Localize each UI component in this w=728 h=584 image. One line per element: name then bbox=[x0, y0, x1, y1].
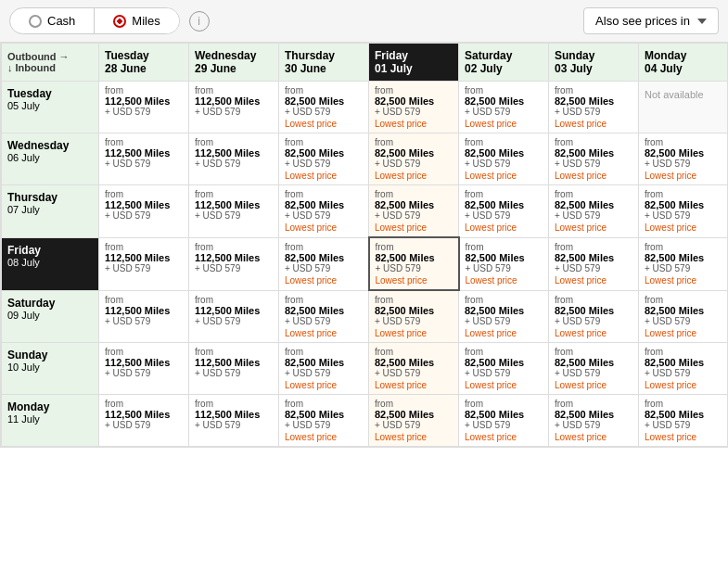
from-label: from bbox=[105, 399, 183, 409]
lowest-price-label: Lowest price bbox=[375, 380, 453, 390]
col-header-mon04[interactable]: Monday 04 July bbox=[639, 44, 729, 82]
price-cell[interactable]: from82,500 Miles+ USD 579Lowest price bbox=[639, 237, 729, 290]
price-cell[interactable]: from82,500 Miles+ USD 579Lowest price bbox=[369, 290, 459, 343]
table-row[interactable]: Saturday09 Julyfrom112,500 Miles+ USD 57… bbox=[2, 290, 729, 343]
price-cell[interactable]: from82,500 Miles+ USD 579Lowest price bbox=[639, 395, 729, 447]
from-label: from bbox=[645, 189, 722, 199]
price-cell[interactable]: from82,500 Miles+ USD 579Lowest price bbox=[369, 343, 459, 395]
miles-amount: 82,500 Miles bbox=[285, 357, 363, 368]
price-cell[interactable]: from82,500 Miles+ USD 579Lowest price bbox=[279, 237, 369, 290]
price-cell[interactable]: from82,500 Miles+ USD 579Lowest price bbox=[279, 133, 369, 185]
table-row[interactable]: Monday11 Julyfrom112,500 Miles+ USD 579f… bbox=[2, 395, 729, 447]
price-cell[interactable]: from82,500 Miles+ USD 579Lowest price bbox=[549, 82, 639, 133]
price-cell[interactable]: from82,500 Miles+ USD 579Lowest price bbox=[549, 343, 639, 395]
col-header-fri01[interactable]: Friday 01 July bbox=[369, 44, 459, 82]
price-cell[interactable]: from82,500 Miles+ USD 579Lowest price bbox=[549, 185, 639, 238]
price-cell[interactable]: from82,500 Miles+ USD 579Lowest price bbox=[549, 237, 639, 290]
row-label[interactable]: Friday08 July bbox=[2, 237, 99, 290]
col-header-sat02[interactable]: Saturday 02 July bbox=[459, 44, 549, 82]
payment-toggle[interactable]: Cash Miles bbox=[9, 7, 180, 34]
price-cell[interactable]: from112,500 Miles+ USD 579 bbox=[189, 290, 279, 343]
price-cell[interactable]: from112,500 Miles+ USD 579 bbox=[189, 133, 279, 185]
price-cell[interactable]: from82,500 Miles+ USD 579Lowest price bbox=[369, 133, 459, 185]
price-cell[interactable]: from82,500 Miles+ USD 579Lowest price bbox=[279, 395, 369, 447]
cash-radio[interactable] bbox=[29, 15, 42, 28]
miles-option[interactable]: Miles bbox=[95, 8, 178, 33]
col-header-tue28[interactable]: Tuesday 28 June bbox=[99, 44, 189, 82]
miles-amount: 82,500 Miles bbox=[555, 95, 632, 107]
price-cell[interactable]: from82,500 Miles+ USD 579Lowest price bbox=[369, 237, 459, 290]
col-header-thu30[interactable]: Thursday 30 June bbox=[279, 44, 369, 82]
from-label: from bbox=[285, 137, 363, 147]
price-cell[interactable]: from112,500 Miles+ USD 579 bbox=[99, 343, 189, 395]
table-row[interactable]: Sunday10 Julyfrom112,500 Miles+ USD 579f… bbox=[2, 343, 729, 395]
row-label[interactable]: Sunday10 July bbox=[2, 343, 99, 395]
price-cell[interactable]: from82,500 Miles+ USD 579Lowest price bbox=[549, 395, 639, 447]
price-cell[interactable]: from112,500 Miles+ USD 579 bbox=[189, 185, 279, 238]
cash-option[interactable]: Cash bbox=[10, 8, 95, 33]
price-cell[interactable]: from112,500 Miles+ USD 579 bbox=[99, 133, 189, 185]
price-cell[interactable]: from82,500 Miles+ USD 579Lowest price bbox=[549, 290, 639, 343]
row-label[interactable]: Wednesday06 July bbox=[2, 133, 99, 185]
price-cell[interactable]: from112,500 Miles+ USD 579 bbox=[99, 395, 189, 447]
price-cell[interactable]: from112,500 Miles+ USD 579 bbox=[99, 290, 189, 343]
row-label[interactable]: Thursday07 July bbox=[2, 185, 99, 238]
price-cell[interactable]: from82,500 Miles+ USD 579Lowest price bbox=[639, 343, 729, 395]
table-row[interactable]: Thursday07 Julyfrom112,500 Miles+ USD 57… bbox=[2, 185, 729, 238]
from-label: from bbox=[195, 85, 273, 95]
from-label: from bbox=[285, 399, 363, 409]
info-icon[interactable]: i bbox=[189, 11, 210, 32]
table-row[interactable]: Friday08 Julyfrom112,500 Miles+ USD 579f… bbox=[2, 237, 729, 290]
usd-amount: + USD 579 bbox=[645, 263, 722, 273]
table-row[interactable]: Wednesday06 Julyfrom112,500 Miles+ USD 5… bbox=[2, 133, 729, 185]
price-cell[interactable]: from82,500 Miles+ USD 579Lowest price bbox=[459, 237, 549, 290]
price-cell[interactable]: from112,500 Miles+ USD 579 bbox=[99, 82, 189, 133]
from-label: from bbox=[375, 399, 453, 409]
miles-amount: 82,500 Miles bbox=[285, 147, 363, 159]
row-label[interactable]: Saturday09 July bbox=[2, 290, 99, 343]
price-cell[interactable]: from112,500 Miles+ USD 579 bbox=[189, 237, 279, 290]
price-cell[interactable]: from82,500 Miles+ USD 579Lowest price bbox=[459, 395, 549, 447]
miles-amount: 112,500 Miles bbox=[105, 357, 183, 368]
price-cell[interactable]: from112,500 Miles+ USD 579 bbox=[189, 395, 279, 447]
usd-amount: + USD 579 bbox=[105, 107, 183, 117]
price-cell[interactable]: from112,500 Miles+ USD 579 bbox=[189, 82, 279, 133]
not-available-cell[interactable]: Not available bbox=[639, 82, 729, 133]
price-cell[interactable]: from82,500 Miles+ USD 579Lowest price bbox=[459, 82, 549, 133]
also-see-button[interactable]: Also see prices in bbox=[583, 7, 719, 34]
price-cell[interactable]: from82,500 Miles+ USD 579Lowest price bbox=[369, 82, 459, 133]
price-cell[interactable]: from82,500 Miles+ USD 579Lowest price bbox=[279, 290, 369, 343]
price-cell[interactable]: from82,500 Miles+ USD 579Lowest price bbox=[639, 290, 729, 343]
price-cell[interactable]: from82,500 Miles+ USD 579Lowest price bbox=[459, 133, 549, 185]
price-cell[interactable]: from82,500 Miles+ USD 579Lowest price bbox=[459, 185, 549, 238]
price-cell[interactable]: from82,500 Miles+ USD 579Lowest price bbox=[459, 343, 549, 395]
miles-radio[interactable] bbox=[113, 15, 126, 28]
col-header-wed29[interactable]: Wednesday 29 June bbox=[189, 44, 279, 82]
miles-amount: 82,500 Miles bbox=[375, 199, 453, 210]
corner-cell: Outbound → ↓ Inbound bbox=[2, 44, 99, 82]
col-date: 28 June bbox=[105, 62, 183, 75]
price-cell[interactable]: from82,500 Miles+ USD 579Lowest price bbox=[279, 185, 369, 238]
usd-amount: + USD 579 bbox=[555, 107, 632, 117]
price-cell[interactable]: from112,500 Miles+ USD 579 bbox=[99, 185, 189, 238]
price-cell[interactable]: from82,500 Miles+ USD 579Lowest price bbox=[369, 185, 459, 238]
col-day: Sunday bbox=[555, 49, 632, 62]
price-cell[interactable]: from82,500 Miles+ USD 579Lowest price bbox=[279, 343, 369, 395]
lowest-price-label: Lowest price bbox=[465, 328, 543, 338]
price-cell[interactable]: from82,500 Miles+ USD 579Lowest price bbox=[279, 82, 369, 133]
price-cell[interactable]: from112,500 Miles+ USD 579 bbox=[99, 237, 189, 290]
price-cell[interactable]: from112,500 Miles+ USD 579 bbox=[189, 343, 279, 395]
miles-amount: 82,500 Miles bbox=[645, 305, 722, 316]
price-cell[interactable]: from82,500 Miles+ USD 579Lowest price bbox=[459, 290, 549, 343]
price-cell[interactable]: from82,500 Miles+ USD 579Lowest price bbox=[549, 133, 639, 185]
price-cell[interactable]: from82,500 Miles+ USD 579Lowest price bbox=[639, 185, 729, 238]
row-label[interactable]: Tuesday05 July bbox=[2, 82, 99, 133]
col-header-sun03[interactable]: Sunday 03 July bbox=[549, 44, 639, 82]
usd-amount: + USD 579 bbox=[375, 368, 453, 378]
table-row[interactable]: Tuesday05 Julyfrom112,500 Miles+ USD 579… bbox=[2, 82, 729, 133]
row-label[interactable]: Monday11 July bbox=[2, 395, 99, 447]
miles-amount: 82,500 Miles bbox=[375, 305, 453, 316]
price-cell[interactable]: from82,500 Miles+ USD 579Lowest price bbox=[639, 133, 729, 185]
price-cell[interactable]: from82,500 Miles+ USD 579Lowest price bbox=[369, 395, 459, 447]
miles-amount: 112,500 Miles bbox=[195, 95, 273, 107]
